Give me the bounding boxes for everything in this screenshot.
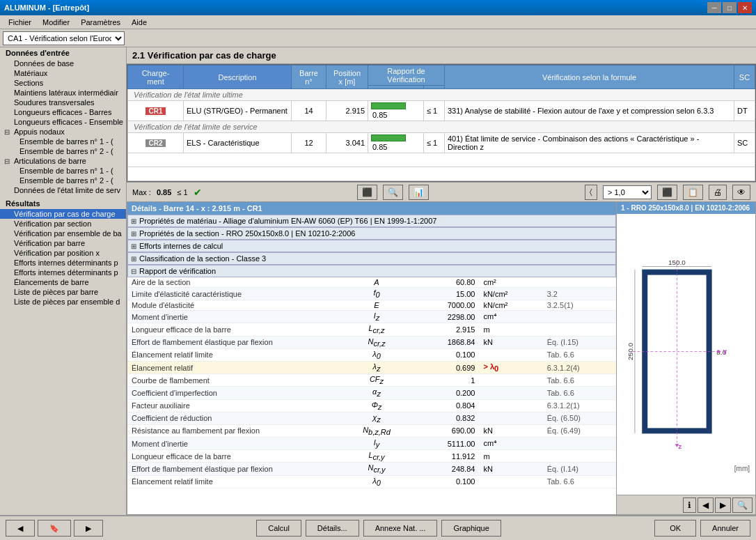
sidebar-item-sections[interactable]: Sections — [0, 78, 126, 88]
table-icon-5[interactable]: ⬛ — [657, 185, 677, 200]
close-button[interactable]: ✕ — [738, 2, 752, 13]
detail-section-efforts[interactable]: ⊞ Efforts internes de calcul — [127, 240, 616, 252]
sidebar-item-liste-ensemble[interactable]: Liste de pièces par ensemble d — [0, 297, 126, 307]
cross-section-panel: 1 - RRO 250x150x8.0 | EN 10210-2:2006 15… — [617, 201, 756, 515]
sym-ncr-y: Ncr,y — [347, 463, 406, 475]
detail-section-class-label: Classification de la section - Classe 3 — [139, 254, 266, 263]
sidebar-item-efforts-det1[interactable]: Efforts internes déterminants p — [0, 258, 126, 268]
ref-moment-iy — [543, 438, 616, 450]
col-header-desc: Description — [184, 65, 292, 89]
annexe-button[interactable]: Annexe Nat. ... — [363, 520, 438, 537]
detail-data-table: Aire de la section A 60.80 cm² Limite d'… — [127, 277, 616, 488]
table-icon-1[interactable]: ⬛ — [357, 185, 377, 200]
ref-module: 3.2.5(1) — [543, 300, 616, 311]
cr1-bar-cell: 0.85 — [368, 101, 424, 121]
dropdown-bar: CA1 - Vérification selon l'Euroco — [0, 29, 756, 47]
table-icon-4[interactable]: 〈 — [585, 185, 597, 200]
val-lambda0-1: 0.100 — [406, 348, 479, 361]
detail-row-11: Facteur auxiliaire Φz 0.804 6.3.1.2(1) — [127, 399, 616, 412]
menu-parametres[interactable]: Paramètres — [75, 17, 126, 28]
cr2-badge-cell: CR2 — [128, 133, 184, 153]
sidebar-item-elancements[interactable]: Élancements de barre — [0, 277, 126, 287]
graphique-button[interactable]: Graphique — [441, 520, 501, 537]
sidebar-item-appuis[interactable]: ⊟ Appuis nodaux — [0, 127, 126, 137]
detail-section-section[interactable]: ⊞ Propriétés de la section - RRO 250x150… — [127, 227, 616, 240]
cs-prev-btn[interactable]: ◀ — [698, 497, 714, 513]
detail-row-17: Élancement relatif limite λ0 0.100 Tab. … — [127, 475, 616, 488]
sidebar-item-materiaux[interactable]: Matériaux — [0, 68, 126, 78]
section-row-ultime: Vérification de l'état limite ultime — [128, 89, 755, 101]
cs-info-btn[interactable]: ℹ — [683, 497, 696, 513]
sidebar-item-longueurs-barres[interactable]: Longueurs efficaces - Barres — [0, 107, 126, 117]
unit-moment-iz: cm⁴ — [479, 311, 542, 323]
sym-moment-iz: Iz — [347, 311, 406, 323]
sidebar: Données d'entrée Données de base Matéria… — [0, 47, 127, 515]
articulations-label: Articulations de barre — [13, 157, 86, 165]
detail-section-classification[interactable]: ⊞ Classification de la section - Classe … — [127, 252, 616, 265]
table-icon-7[interactable]: 🖨 — [709, 185, 727, 200]
ca-dropdown[interactable]: CA1 - Vérification selon l'Euroco — [3, 31, 125, 45]
table-row-cr2[interactable]: CR2 ELS - Caractéristique 12 3.041 0.85 … — [128, 133, 755, 153]
empty-row-1 — [128, 153, 755, 167]
expand-efforts-icon: ⊞ — [131, 242, 136, 250]
sidebar-item-verif-cas[interactable]: Vérification par cas de charge — [0, 209, 126, 219]
cr2-desc: ELS - Caractéristique — [184, 133, 292, 153]
menu-aide[interactable]: Aide — [126, 17, 152, 28]
cr1-badge-cell: CR1 — [128, 101, 184, 121]
section-label-service: Vérification de l'état limite de service — [128, 121, 755, 133]
table-icon-2[interactable]: 🔍 — [383, 185, 403, 200]
cs-zoom-btn[interactable]: 🔍 — [732, 497, 753, 513]
filter-dropdown[interactable]: > 1,0 — [603, 185, 652, 199]
minimize-button[interactable]: ─ — [707, 2, 721, 13]
table-icon-3[interactable]: 📊 — [409, 185, 429, 200]
sidebar-item-longueurs-ensemble[interactable]: Longueurs efficaces - Ensemble — [0, 117, 126, 127]
detail-row-14: Moment d'inertie Iy 5111.00 cm⁴ — [127, 438, 616, 450]
max-label: Max : — [132, 188, 151, 196]
sidebar-item-ensemble1-appuis[interactable]: Ensemble de barres n° 1 - ( — [0, 137, 126, 146]
sidebar-item-etat-limite[interactable]: Données de l'état limite de serv — [0, 185, 126, 195]
sidebar-item-soudures[interactable]: Soudures transversales — [0, 98, 126, 107]
detail-section-rapport[interactable]: ⊟ Rapport de vérification — [127, 265, 616, 277]
lower-section: Détails - Barre 14 - x : 2.915 m - CR1 ⊞… — [127, 201, 756, 515]
sidebar-item-maintiens[interactable]: Maintiens latéraux intermédiair — [0, 88, 126, 98]
sidebar-item-ensemble2-art[interactable]: Ensemble de barres n° 2 - ( — [0, 176, 126, 185]
sidebar-item-verif-barre[interactable]: Vérification par barre — [0, 238, 126, 248]
val-lambda0-2: 0.100 — [406, 475, 479, 488]
detail-row-10: Coefficient d'imperfection αz 0.200 Tab.… — [127, 387, 616, 399]
label-nb-rd: Résistance au flambement par flexion — [127, 424, 347, 437]
nav-next-button[interactable]: ▶ — [74, 520, 103, 537]
sidebar-item-verif-ensemble[interactable]: Vérification par ensemble de ba — [0, 229, 126, 238]
label-moment-iy: Moment d'inertie — [127, 438, 347, 450]
nav-prev-button[interactable]: ◀ — [6, 520, 35, 537]
nav-bookmark-button[interactable]: 🔖 — [38, 520, 71, 537]
sidebar-item-donnees-base[interactable]: Données de base — [0, 59, 126, 68]
details-button[interactable]: Détails... — [306, 520, 359, 537]
detail-section-section-label: Propriétés de la section - RRO 250x150x8… — [139, 229, 355, 238]
detail-row-7: Élancement relatif limite λ0 0.100 Tab. … — [127, 348, 616, 361]
maximize-button[interactable]: □ — [723, 2, 737, 13]
cr2-ratio: 0.85 — [372, 143, 387, 151]
sidebar-item-ensemble1-art[interactable]: Ensemble de barres n° 1 - ( — [0, 166, 126, 176]
calcul-button[interactable]: Calcul — [256, 520, 301, 537]
menu-fichier[interactable]: Fichier — [3, 17, 37, 28]
unit-longueur-y: m — [479, 450, 542, 463]
sidebar-item-ensemble2-appuis[interactable]: Ensemble de barres n° 2 - ( — [0, 146, 126, 156]
table-icon-6[interactable]: 📋 — [683, 185, 703, 200]
sidebar-item-liste-barres[interactable]: Liste de pièces par barre — [0, 287, 126, 297]
detail-section-material[interactable]: ⊞ Propriétés de matériau - Alliage d'alu… — [127, 215, 616, 227]
sidebar-item-verif-section[interactable]: Vérification par section — [0, 219, 126, 229]
cr2-position: 3.041 — [326, 133, 368, 153]
ref-ncr-z: Éq. (I.15) — [543, 336, 616, 348]
unit-module: kN/cm² — [479, 300, 542, 311]
annuler-button[interactable]: Annuler — [700, 520, 750, 537]
cs-next-btn[interactable]: ▶ — [715, 497, 731, 513]
ok-button[interactable]: OK — [654, 520, 696, 537]
sidebar-item-verif-position[interactable]: Vérification par position x — [0, 248, 126, 258]
table-icon-8[interactable]: 👁 — [732, 185, 750, 200]
menu-modifier[interactable]: Modifier — [37, 17, 75, 28]
expand-section-icon: ⊞ — [131, 230, 136, 238]
details-title: Détails - Barre 14 - x : 2.915 m - CR1 — [127, 202, 616, 215]
sidebar-item-articulations[interactable]: ⊟ Articulations de barre — [0, 156, 126, 166]
table-row-cr1[interactable]: CR1 ELU (STR/GEO) - Permanent 14 2.915 0… — [128, 101, 755, 121]
sidebar-item-efforts-det2[interactable]: Efforts internes déterminants p — [0, 268, 126, 277]
